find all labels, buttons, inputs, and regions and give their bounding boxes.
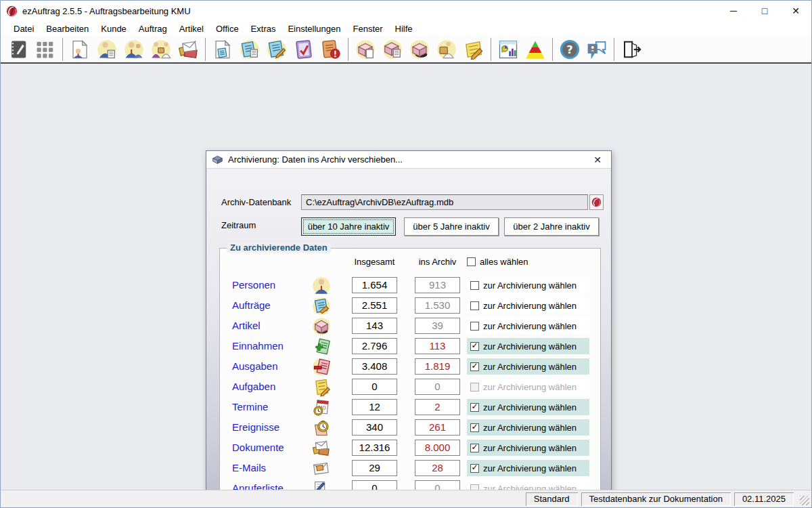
dialog-titlebar[interactable]: Archivierung: Daten ins Archiv verschieb… [206, 151, 611, 169]
archive-dialog: Archivierung: Daten ins Archiv verschieb… [206, 150, 612, 508]
select-all-checkbox[interactable] [467, 257, 476, 266]
row-checkbox-strip[interactable]: zur Archivierung wählen [467, 399, 589, 415]
row-checkbox-strip[interactable]: zur Archivierung wählen [467, 358, 589, 375]
total-value[interactable]: 1.654 [352, 277, 397, 293]
column-header-archive: ins Archiv [415, 257, 460, 267]
menu-auftrag[interactable]: Auftrag [133, 22, 173, 35]
mail-stack-button[interactable] [175, 37, 202, 62]
row-checkbox-strip[interactable]: zur Archivierung wählen [467, 297, 589, 314]
edit-article-button[interactable] [379, 37, 406, 62]
app-window: { "window": { "title": "ezAuftrag 2.5.5 … [0, 0, 812, 508]
archive-value: 113 [415, 338, 460, 354]
dialog-close-button[interactable]: ✕ [589, 154, 606, 165]
row-checkbox[interactable] [470, 423, 479, 432]
select-all-label: alles wählen [480, 257, 528, 267]
new-order-button[interactable] [209, 37, 236, 62]
column-header-total: Insgesamt [352, 257, 397, 267]
edit-order-button[interactable] [236, 37, 263, 62]
menu-fenster[interactable]: Fenster [347, 22, 389, 35]
total-value[interactable]: 340 [352, 419, 397, 436]
menu-artikel[interactable]: Artikel [173, 22, 210, 35]
new-contact-button[interactable] [66, 37, 93, 62]
new-article-button[interactable] [352, 37, 379, 62]
period-5-years-button[interactable]: über 5 Jahre inaktiv [404, 217, 499, 236]
contacts-icon [124, 39, 144, 60]
row-checkbox[interactable] [470, 322, 479, 331]
row-checkbox[interactable] [470, 281, 479, 290]
total-value[interactable]: 2.551 [352, 297, 397, 314]
archive-value: 2 [415, 399, 460, 415]
archive-db-browse-button[interactable] [589, 194, 604, 210]
row-checkbox[interactable] [470, 444, 479, 452]
total-value[interactable]: 3.408 [352, 358, 397, 375]
close-button[interactable]: ✕ [780, 1, 811, 21]
row-checkbox-strip[interactable]: zur Archivierung wählen [467, 460, 589, 476]
order-pen-button[interactable] [263, 37, 290, 62]
row-checkbox-strip[interactable]: zur Archivierung wählen [467, 338, 589, 354]
statusbar-profile: Standard [526, 492, 578, 506]
resize-grip[interactable] [800, 496, 809, 505]
menu-office[interactable]: Office [210, 22, 245, 35]
maximize-button[interactable]: □ [749, 1, 780, 21]
order-check-button[interactable] [290, 37, 317, 62]
toolbar-separator [614, 38, 614, 61]
persons-icon [312, 276, 331, 295]
row-checkbox[interactable] [470, 342, 479, 351]
menu-einstellungen[interactable]: Einstellungen [281, 22, 346, 35]
feedback-button[interactable] [583, 37, 610, 62]
row-checkbox[interactable] [470, 464, 479, 473]
address-book-button[interactable] [5, 37, 32, 62]
minimize-button[interactable]: ─ [718, 1, 749, 21]
row-checkbox-strip[interactable]: zur Archivierung wählen [467, 440, 589, 456]
menu-extras[interactable]: Extras [245, 22, 282, 35]
exit-button[interactable] [618, 37, 645, 62]
edit-order-icon [240, 39, 260, 60]
archive-db-path-input[interactable]: C:\ezAuftrag\ArchivDB\ezAuftrag.mdb [301, 194, 588, 210]
pyramid-analysis-icon [525, 39, 545, 60]
select-all-checkbox-row[interactable]: alles wählen [467, 257, 528, 267]
row-checkbox-strip[interactable]: zur Archivierung wählen [467, 379, 589, 395]
total-value[interactable]: 12 [352, 399, 397, 415]
total-value[interactable]: 2.796 [352, 338, 397, 354]
row-checkbox[interactable] [470, 362, 479, 371]
period-2-years-button[interactable]: über 2 Jahre inaktiv [504, 217, 599, 236]
app-grid-button[interactable] [32, 37, 59, 62]
contacts-button[interactable] [120, 37, 148, 62]
row-checkbox[interactable] [470, 301, 479, 310]
mail-stack-icon [178, 39, 198, 60]
deliver-article-button[interactable] [433, 37, 460, 62]
period-10-years-button[interactable]: über 10 Jahre inaktiv [301, 217, 396, 236]
archive-rows: Personen 1.654 913 zur Archivierung wähl… [220, 276, 600, 499]
report-chart-button[interactable] [495, 37, 522, 62]
exit-icon [621, 39, 641, 60]
help-button[interactable]: ? [556, 37, 583, 62]
menu-datei[interactable]: Datei [7, 22, 40, 35]
menu-hilfe[interactable]: Hilfe [389, 22, 419, 35]
total-value[interactable]: 0 [352, 379, 397, 395]
order-alert-button[interactable] [317, 37, 344, 62]
menu-bearbeiten[interactable]: Bearbeiten [40, 22, 95, 35]
row-checkbox-strip[interactable]: zur Archivierung wählen [467, 419, 589, 436]
row-checkbox-strip[interactable]: zur Archivierung wählen [467, 318, 589, 334]
address-book-icon [8, 39, 28, 60]
dialog-body: Archiv-Datenbank C:\ezAuftrag\ArchivDB\e… [206, 169, 611, 508]
dialog-archive-icon [212, 154, 223, 165]
article-box-button[interactable] [406, 37, 433, 62]
edit-contact-button[interactable] [93, 37, 120, 62]
customer-handshake-button[interactable] [148, 37, 175, 62]
row-checkbox-strip[interactable]: zur Archivierung wählen [467, 277, 589, 293]
note-pencil-button[interactable] [460, 37, 487, 62]
window-titlebar[interactable]: ezAuftrag 2.5.5 - Auftragsbearbeitung KM… [1, 1, 811, 21]
events-icon [312, 419, 331, 438]
groupbox-title: Zu archivierende Daten [227, 242, 331, 253]
total-value[interactable]: 143 [352, 318, 397, 334]
toolbar-separator [552, 38, 553, 61]
menu-kunde[interactable]: Kunde [95, 22, 133, 35]
total-value[interactable]: 12.316 [352, 440, 397, 456]
article-box-icon [409, 39, 430, 60]
pyramid-analysis-button[interactable] [522, 37, 549, 62]
expense-icon [312, 358, 331, 377]
row-checkbox[interactable] [470, 403, 479, 412]
total-value[interactable]: 29 [352, 460, 397, 476]
svg-text:?: ? [566, 43, 572, 56]
